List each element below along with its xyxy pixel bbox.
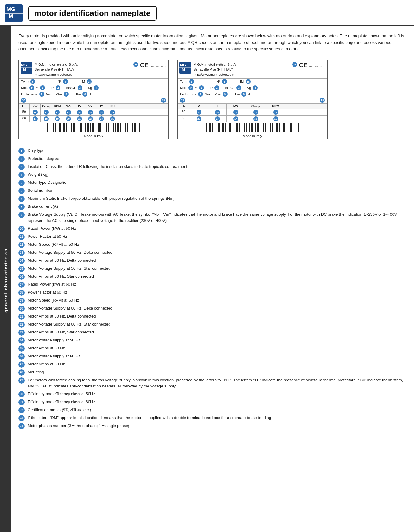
hz50-l: 50 [19, 109, 30, 115]
nm-label-r: Nm [205, 92, 210, 96]
legend-text-8: Brake current (A) [28, 203, 58, 210]
intro-paragraph: Every motor is provided with an identify… [18, 33, 404, 52]
badge-6-l: 6 [63, 79, 68, 84]
th-eff-l: Eff [107, 104, 118, 109]
val-25-r: 25 [208, 109, 227, 115]
np-right-row50: 50 24 25 10 11 12 [178, 109, 327, 115]
legend-item-10: 10Rated Power (kW) at 50 Hz [18, 226, 404, 232]
im-label-l: IM [81, 80, 85, 83]
np-left-table-header: Hz kW Cosφ RPM VΔ IΔ VY IY Eff [19, 104, 168, 109]
val-17-l: 17 [30, 116, 41, 122]
barcode-bars-right [179, 123, 325, 132]
legend-num-12: 12 [18, 242, 25, 248]
val-12-l: 12 [52, 109, 63, 115]
th-hz-r: Hz [178, 104, 190, 109]
no-label-l: N° [58, 80, 61, 83]
legend-text-5: Motor type Designation [28, 179, 69, 186]
th-kw-l: kW [30, 104, 41, 109]
ins-label-l: Ins.Cl. [66, 86, 76, 90]
legend-item-23: 23Motor Amps at 60 Hz, Star connected [18, 329, 404, 336]
val-23-l: 23 [96, 116, 107, 122]
legend-item-34: 34Motor phases number (3 = three phase; … [18, 423, 404, 429]
type-label-r: Type [180, 80, 187, 83]
legend-text-28: Mounting [28, 369, 44, 375]
badge-29-l: 29 [161, 98, 166, 103]
legend-num-18: 18 [18, 290, 25, 296]
nameplates-row: MG M M.G.M. motori elettrici S.p.A. Serr… [18, 60, 404, 139]
legend-text-10: Rated Power (kW) at 50 Hz [28, 226, 76, 232]
val-17-r: 17 [227, 116, 245, 122]
legend-text-22: Motor Voltage Supply at 60 Hz, Star conn… [28, 321, 110, 327]
legend-num-3: 3 [18, 164, 25, 170]
legend-item-25: 25Motor Amps at 50 Hz [18, 345, 404, 352]
badge-33-l: 33 [21, 98, 26, 103]
iec-right: IEC 60034-1 [309, 65, 325, 68]
badge-34-r: 34 [188, 85, 193, 90]
nm-label-l: Nm [46, 92, 51, 96]
val-15-l: 15 [85, 109, 96, 115]
np-left-logo: MG M [21, 62, 32, 74]
badge-1-r: 1 [199, 85, 204, 90]
legend-num-26: 26 [18, 353, 25, 360]
made-in-italy-left: Made in Italy [19, 133, 168, 139]
np-right-row1: Type 5 N° 6 IM 28 [178, 79, 327, 85]
legend-text-19: Motor Speed (RPM) at 60 Hz [28, 297, 79, 303]
made-in-italy-right: Made in Italy [178, 133, 327, 139]
barcode-right [178, 122, 327, 133]
legend-section: 1Duty type2Protection degree3Insulation … [18, 148, 404, 429]
badge-7-l: 7 [39, 92, 44, 97]
ip-label-r: IP [209, 86, 213, 90]
legend-item-16: 16Motor Amps at 50 Hz, Star connected [18, 273, 404, 280]
legend-item-20: 20Motor Voltage Supply at 60 Hz, Delta c… [18, 305, 404, 312]
kg-label-l: Kg [88, 86, 92, 90]
np-right-header: MG M M.G.M. motori elettrici S.p.A. Serr… [178, 60, 327, 79]
legend-item-7: 7Maximum Static Brake Torque obtainable … [18, 195, 404, 202]
legend-text-20: Motor Voltage Supply at 60 Hz, Delta con… [28, 305, 113, 311]
hz50-r: 50 [178, 109, 190, 115]
th-id-l: IΔ [74, 104, 85, 109]
mot-label-r: Mot. [180, 86, 186, 90]
val-11-l: 11 [41, 109, 52, 115]
legend-num-22: 22 [18, 322, 25, 328]
th-hz-l: Hz [19, 104, 30, 109]
legend-text-26: Motor voltage supply at 60 Hz [28, 353, 80, 359]
legend-item-18: 18Power Factor at 60 Hz [18, 289, 404, 296]
badge-29-r: 29 [320, 98, 325, 103]
th-rpm-r: RPM [266, 104, 285, 109]
legend-text-17: Rated Power (kW) at 60 Hz [28, 281, 76, 287]
badge-7-r: 7 [198, 92, 203, 97]
im-label-r: IM [240, 80, 244, 83]
svg-text:MG: MG [21, 63, 27, 67]
val-16-l: 16 [96, 109, 107, 115]
legend-item-2: 2Protection degree [18, 156, 404, 162]
val-24-r: 24 [190, 109, 208, 115]
legend-item-5: 5Motor type Designation [18, 179, 404, 186]
legend-item-9: 9Brake Voltage Supply (V). On brake moto… [18, 211, 404, 224]
np-left-table: Hz kW Cosφ RPM VΔ IΔ VY IY Eff 50 10 [19, 103, 168, 122]
val-12-r: 12 [266, 109, 285, 115]
legend-num-34: 34 [18, 423, 25, 429]
legend-text-14: Motor Amps at 50 Hz, Delta connected [28, 257, 96, 264]
badge-28-l: 28 [87, 79, 92, 84]
legend-item-4: 4Weight (Kg) [18, 172, 404, 178]
hz60-r: 60 [178, 116, 190, 122]
val-20-l: 20 [63, 116, 74, 122]
barcode-left [19, 122, 168, 133]
legend-text-9: Brake Voltage Supply (V). On brake motor… [28, 211, 404, 224]
tilde-l: ~ [36, 86, 38, 90]
ce-mark-right: CE [299, 62, 308, 68]
legend-item-21: 21Motor Amps at 60 Hz, Delta connected [18, 313, 404, 320]
ib-label-r: Ib= [235, 92, 240, 96]
legend-item-27: 27Motor Amps at 60 Hz [18, 361, 404, 368]
th-i-r: I [208, 104, 227, 109]
legend-num-24: 24 [18, 337, 25, 344]
val-14-l: 14 [74, 109, 85, 115]
legend-num-10: 10 [18, 226, 25, 232]
np-right-row4: 33 29 [178, 97, 327, 103]
legend-text-34: Motor phases number (3 = three phase; 1 … [28, 423, 129, 429]
badge-3-l: 3 [78, 85, 82, 90]
legend-num-8: 8 [18, 204, 25, 210]
np-right-row60: 60 26 27 17 18 19 [178, 115, 327, 122]
legend-num-31: 31 [18, 399, 25, 405]
val-27-r: 27 [208, 116, 227, 122]
